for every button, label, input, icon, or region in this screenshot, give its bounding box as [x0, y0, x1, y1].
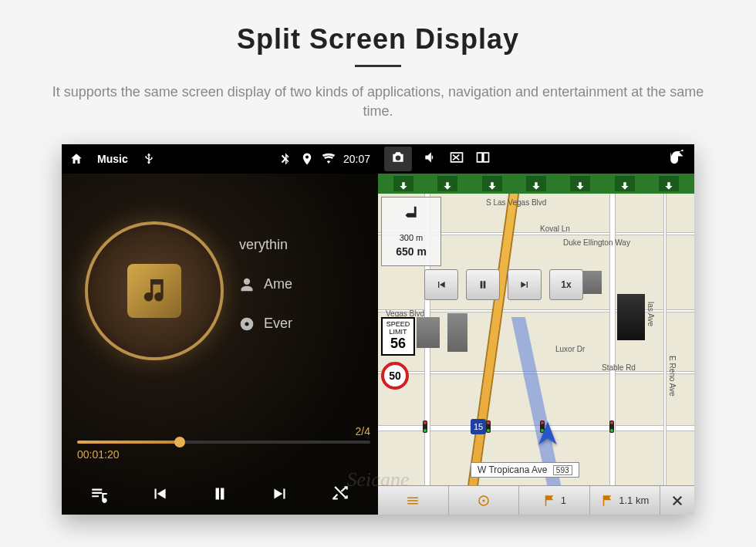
camera-icon[interactable] [384, 147, 412, 171]
seek-thumb[interactable] [174, 437, 185, 447]
album-art[interactable] [85, 221, 224, 360]
page-subtitle: It supports the same screen display of t… [0, 83, 756, 144]
next-button[interactable] [270, 484, 290, 507]
title-underline [355, 65, 401, 67]
track-title: verythin [239, 237, 288, 253]
nav-distance-info[interactable]: 1.1 km [590, 486, 661, 515]
artist-row: Ame [239, 276, 292, 292]
lane-arrow [570, 176, 590, 191]
turn-panel: 300 m 650 m [381, 197, 441, 266]
speed-limit-sign: SPEED LIMIT 56 [381, 317, 415, 356]
split-icon[interactable] [475, 150, 491, 168]
volume-icon[interactable] [423, 150, 438, 168]
street-label: Stable Rd [602, 363, 636, 372]
disc-icon [239, 316, 255, 332]
street-label: Koval Ln [540, 225, 570, 233]
music-controls [62, 484, 378, 507]
nav-bottom-bar: 1 1.1 km [378, 485, 694, 515]
music-pane: Music 20:07 [62, 144, 378, 515]
street-label: S Las Vegas Blvd [486, 198, 546, 207]
app-label: Music [97, 153, 128, 165]
overlay-speed-button[interactable]: 1x [549, 269, 583, 300]
wifi-icon [322, 152, 336, 166]
status-bar-left: Music 20:07 [62, 144, 378, 174]
album-row: Ever [239, 316, 292, 332]
current-position-icon [532, 419, 563, 453]
flag-icon [542, 494, 556, 508]
nav-route-info[interactable]: 1 [519, 486, 590, 515]
overlay-pause-button[interactable] [466, 269, 500, 300]
lane-arrow [659, 176, 679, 191]
nav-close-button[interactable] [660, 486, 694, 515]
flag-icon [600, 494, 614, 508]
svg-point-1 [482, 499, 484, 501]
street-label: las Ave [646, 302, 655, 326]
overlay-prev-button[interactable] [424, 269, 458, 300]
back-icon[interactable] [668, 150, 688, 168]
seek-bar[interactable] [77, 441, 370, 444]
album-name: Ever [264, 316, 292, 332]
lane-guidance-band [378, 174, 694, 194]
lane-arrow [615, 176, 635, 191]
home-icon[interactable] [69, 152, 83, 166]
page-title: Split Screen Display [0, 23, 756, 56]
speed-limit-value: 56 [383, 336, 413, 352]
map-media-overlay: 1x [424, 269, 583, 300]
lane-arrow [482, 176, 502, 191]
lane-arrow [526, 176, 546, 191]
lane-arrow [437, 176, 457, 191]
clock: 20:07 [343, 153, 370, 165]
interstate-shield: 15 [471, 419, 486, 434]
progress-area: 2/4 00:01:20 [77, 441, 370, 461]
artist-name: Ame [264, 276, 292, 292]
speed-sign: 50 [381, 362, 409, 390]
bluetooth-icon [278, 152, 292, 166]
nav-menu-button[interactable] [378, 486, 449, 515]
turn-left-icon [399, 202, 425, 228]
street-label: E Reno Ave [668, 356, 677, 397]
shuffle-button[interactable] [330, 484, 350, 507]
map-canvas[interactable]: S Las Vegas Blvd Koval Ln Duke Ellington… [378, 194, 694, 515]
playlist-button[interactable] [89, 484, 110, 507]
nav-audio-button[interactable] [449, 486, 520, 515]
device-frame: Music 20:07 [62, 144, 694, 515]
location-icon [300, 152, 314, 166]
current-road-label: W Tropicana Ave 593 [471, 462, 579, 478]
street-label: Duke Ellington Way [563, 238, 630, 247]
pause-button[interactable] [210, 484, 230, 507]
close-window-icon[interactable] [449, 150, 464, 168]
navigation-pane: S Las Vegas Blvd Koval Ln Duke Ellington… [378, 144, 694, 515]
usb-icon [142, 152, 156, 166]
overlay-next-button[interactable] [508, 269, 542, 300]
street-label: Luxor Dr [555, 345, 585, 353]
music-note-icon [127, 264, 181, 318]
lane-arrow [393, 176, 413, 191]
elapsed-time: 00:01:20 [77, 448, 120, 461]
turn-distance-primary: 650 m [382, 245, 440, 258]
prev-button[interactable] [150, 484, 170, 507]
turn-distance-secondary: 300 m [382, 233, 440, 242]
track-title-row: verythin [239, 237, 292, 253]
person-icon [239, 277, 255, 292]
status-bar-right [378, 144, 694, 174]
track-index: 2/4 [356, 425, 370, 437]
